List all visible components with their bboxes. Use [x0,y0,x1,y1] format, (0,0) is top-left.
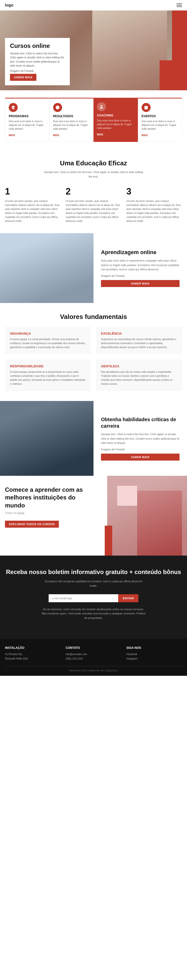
newsletter-section: Receba nosso boletim informativo gratuit… [0,555,187,639]
career-section: Obtenha habilidades críticas de carreira… [0,401,187,476]
career-credit: Imagem de Freepik [101,447,179,452]
footer-grid: Instalação 41 Primeiro Rd, Plymouth NSW … [5,646,182,661]
newsletter-email-input[interactable] [49,594,118,602]
resultados-svg [55,105,60,110]
step-1-text: Ut enim ad minin veniam, quis nostrud ex… [5,199,60,223]
header: logo [0,0,187,11]
institutions-cta-button[interactable]: EXPLORAR TODOS OS CURSOS [5,521,59,528]
footer-email-link[interactable]: info@exemplo.com [66,652,121,657]
career-title: Obtenha habilidades críticas de carreira [101,416,179,429]
value-gentileza-text: Nos acreditamos que são as coisas mais s… [101,370,177,386]
hamburger-line1 [176,3,182,4]
career-cta-button[interactable]: SABER MAIS [101,453,179,461]
footer-col-social: Siga-nos Facebook Instagram [127,646,182,661]
programas-icon [9,103,18,112]
value-seguranca-text: A nossa equipa é a nossa prioridade. Som… [10,337,86,349]
career-img-bg [0,401,94,476]
card-programas: PROGRAMAS Duis aute irure dolor in esse … [5,98,49,142]
career-content: Obtenha habilidades críticas de carreira… [94,401,187,476]
card-eventos: EVENTOS Duis aute irure dolor in esse in… [138,98,182,142]
hero-person-image [92,11,167,90]
effective-title: Uma Educação Eficaz [5,159,182,167]
card-coaching: COACHING Duis aute irure dolor in esse i… [94,98,138,142]
online-title: Aprendizagem online [101,249,179,256]
institutions-credit-text: Imagem de [5,512,16,514]
institutions-red-bar [105,526,112,555]
eventos-icon [142,103,151,112]
newsletter-form: ENVIAR [49,594,138,602]
value-responsabilidade-text: A nossa equipa compromete-se a proporcio… [10,370,86,386]
institutions-title: Comece a aprender com as melhores instit… [5,486,85,509]
online-image [0,233,94,303]
card-resultados: RESULTADOS Duis aute irure dolor in esse… [49,98,94,142]
hero-title: Cursos online [10,42,65,49]
footer-contato-title: Contato [66,646,121,650]
hero-description: Sample text. Click to select the text bo… [10,51,65,68]
hamburger-line3 [176,6,182,7]
resultados-icon [53,103,62,112]
value-excelencia-text: Superamos as expectativas de nossos clie… [101,337,177,349]
institutions-person [137,491,182,555]
footer-phone: (555) 123-1234 [66,657,121,661]
online-cta-button[interactable]: SABER MAIS [101,280,179,287]
footer: Instalação 41 Primeiro Rd, Plymouth NSW … [0,639,187,676]
newsletter-submit-button[interactable]: ENVIAR [118,594,138,602]
card-resultados-link[interactable]: MAIS [53,134,59,137]
hero-red-accent [172,11,187,90]
step-1-number: 1 [5,186,60,197]
cards-wrapper: PROGRAMAS Duis aute irure dolor in esse … [0,90,187,150]
value-responsabilidade-title: RESPONSABILIDADE [10,364,86,368]
step-2: 2 Ut enim ad minin veniam, quis nostrud … [66,186,121,223]
value-gentileza: GENTILEZA Nos acreditamos que são as coi… [96,360,182,391]
card-eventos-desc: Duis aute irure dolor in esse in adiquet… [142,119,179,130]
footer-bottom-text: Sample text. Click to select the Text. S… [5,669,182,672]
values-grid: SEGURANÇA A nossa equipa é a nossa prior… [5,327,182,391]
career-description: Sample text. Click to select the text bo… [101,432,179,445]
effective-section: Uma Educação Eficaz Sample text. Click t… [0,150,187,233]
card-programas-link[interactable]: MAIS [9,134,15,137]
footer-social-title: Siga-nos [127,646,182,650]
hero-cta-button[interactable]: SABER MAIS [10,74,36,81]
value-excelencia: EXCELÊNCIA Superamos as expectativas de … [96,327,182,354]
online-img-bg [0,233,94,303]
values-section: Valores fundamentais SEGURANÇA A nossa e… [0,303,187,401]
programas-svg [11,105,16,110]
svg-rect-2 [144,106,148,110]
institutions-pink-accent [117,486,137,506]
career-image [0,401,94,476]
institutions-credit-link[interactable]: Freepik [17,512,24,514]
value-gentileza-title: GENTILEZA [101,364,177,368]
hero-section: Cursos online Sample text. Click to sele… [0,11,187,90]
footer-instalacao-title: Instalação [5,646,60,650]
value-responsabilidade: RESPONSABILIDADE A nossa equipa comprome… [5,360,91,391]
online-section: Aprendizagem online Duis aute irure dolo… [0,233,187,303]
card-programas-desc: Duis aute irure dolor in esse in adiquet… [9,119,46,130]
coaching-svg [99,105,104,109]
online-content: Aprendizagem online Duis aute irure dolo… [94,233,187,303]
cards-grid: PROGRAMAS Duis aute irure dolor in esse … [0,90,187,150]
card-programas-title: PROGRAMAS [9,115,46,118]
step-3: 3 Ut enim ad minin veniam, quis nostrud … [127,186,182,223]
hero-credit-text: Imagem de Freepik [10,69,34,72]
footer-facebook-link[interactable]: Facebook [127,652,182,657]
career-credit-text: Imagem de Freepik [101,448,125,451]
newsletter-note: Ao se inscrever, você concorda em recebe… [41,607,146,620]
footer-col-instalacao: Instalação 41 Primeiro Rd, Plymouth NSW … [5,646,60,661]
hero-red-accent-bottom [160,60,172,90]
card-coaching-link[interactable]: MAIS [97,133,103,136]
svg-point-1 [101,105,102,107]
newsletter-description: Excepteur sint occaecat cupidatat non pr… [41,579,146,588]
footer-instagram-link[interactable]: Instagram [127,657,182,661]
coaching-icon [97,102,106,111]
step-3-text: Ut enim ad minin veniam, quis nostrud ex… [127,199,182,223]
card-coaching-title: COACHING [97,114,135,117]
card-resultados-title: RESULTADOS [53,115,90,118]
hamburger-line2 [176,5,182,5]
institutions-section: Comece a aprender com as melhores instit… [0,476,187,555]
effective-subtitle: Sample text. Click to select the text bo… [44,170,143,179]
online-credit-text: Imagem de Freepik [101,274,125,277]
step-3-number: 3 [127,186,182,197]
card-eventos-title: EVENTOS [142,115,179,118]
card-eventos-link[interactable]: MAIS [142,134,148,137]
hamburger-menu[interactable] [176,3,182,7]
